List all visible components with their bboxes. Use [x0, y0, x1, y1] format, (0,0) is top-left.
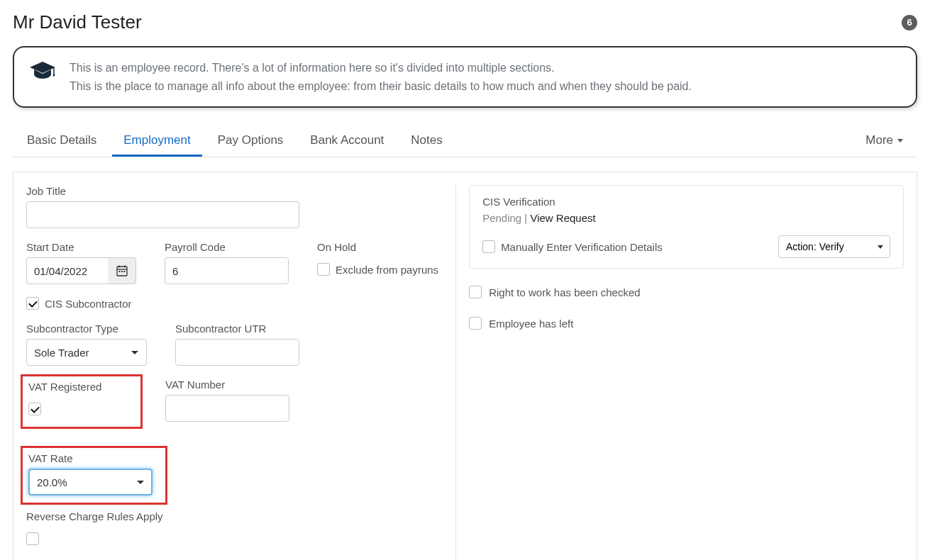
right-to-work-label: Right to work has been checked	[489, 286, 640, 298]
tab-basic-details[interactable]: Basic Details	[16, 126, 108, 157]
vat-rate-highlight: VAT Rate	[21, 446, 167, 505]
sub-utr-input[interactable]	[175, 339, 299, 366]
svg-rect-7	[121, 271, 123, 272]
right-to-work-checkbox[interactable]	[469, 286, 482, 298]
manual-verification-label: Manually Enter Verification Details	[501, 241, 663, 253]
calendar-button[interactable]	[108, 257, 136, 284]
cis-subcontractor-checkbox[interactable]	[26, 297, 39, 310]
vat-number-input[interactable]	[165, 395, 289, 422]
info-banner: This is an employee record. There's a lo…	[13, 46, 917, 108]
sub-type-label: Subcontractor Type	[26, 323, 147, 335]
employee-left-checkbox[interactable]	[469, 317, 482, 330]
payroll-code-input[interactable]	[165, 257, 289, 284]
sub-utr-label: Subcontractor UTR	[175, 323, 299, 335]
tab-pay-options[interactable]: Pay Options	[206, 126, 295, 157]
svg-rect-6	[118, 271, 120, 272]
tab-bar: Basic Details Employment Pay Options Ban…	[13, 126, 917, 157]
cis-verification-title: CIS Verification	[482, 196, 890, 208]
vat-rate-select[interactable]	[28, 469, 153, 495]
cis-subcontractor-label: CIS Subcontractor	[45, 298, 132, 310]
payroll-code-label: Payroll Code	[165, 241, 289, 253]
tab-notes[interactable]: Notes	[399, 126, 453, 157]
vat-registered-highlight: VAT Registered	[21, 374, 143, 429]
job-title-input[interactable]	[26, 201, 299, 228]
svg-rect-8	[123, 271, 125, 272]
job-title-label: Job Title	[26, 185, 443, 197]
vat-number-label: VAT Number	[165, 379, 289, 391]
reverse-charge-label: Reverse Charge Rules Apply	[26, 510, 443, 522]
start-date-input[interactable]	[26, 257, 108, 284]
graduation-cap-icon	[28, 60, 57, 83]
reverse-charge-checkbox[interactable]	[26, 532, 39, 545]
vat-rate-label: VAT Rate	[28, 452, 160, 464]
vat-registered-checkbox[interactable]	[28, 403, 41, 415]
cis-status: Pending	[482, 212, 521, 224]
manual-verification-checkbox[interactable]	[482, 240, 495, 253]
vat-registered-label: VAT Registered	[28, 381, 135, 393]
info-line-1: This is an employee record. There's a lo…	[70, 59, 692, 77]
count-badge: 6	[902, 15, 917, 30]
tab-bank-account[interactable]: Bank Account	[299, 126, 395, 157]
exclude-payruns-label: Exclude from payruns	[336, 264, 438, 276]
cis-verification-box: CIS Verification Pending | View Request …	[469, 185, 904, 269]
on-hold-label: On Hold	[317, 241, 438, 253]
page-title: Mr David Tester	[13, 11, 142, 33]
exclude-payruns-checkbox[interactable]	[317, 263, 330, 276]
view-request-link[interactable]: View Request	[530, 212, 595, 224]
start-date-label: Start Date	[26, 241, 136, 253]
tab-employment[interactable]: Employment	[112, 126, 201, 157]
chevron-down-icon	[897, 139, 903, 142]
sub-type-select[interactable]	[26, 339, 147, 366]
info-line-2: This is the place to manage all info abo…	[70, 77, 692, 96]
svg-point-1	[53, 74, 55, 77]
tab-more-label: More	[865, 133, 893, 147]
cis-action-select[interactable]	[778, 235, 890, 258]
employee-left-label: Employee has left	[489, 318, 573, 330]
tab-more[interactable]: More	[854, 126, 914, 157]
calendar-icon	[116, 265, 128, 276]
cis-separator: |	[521, 212, 530, 224]
